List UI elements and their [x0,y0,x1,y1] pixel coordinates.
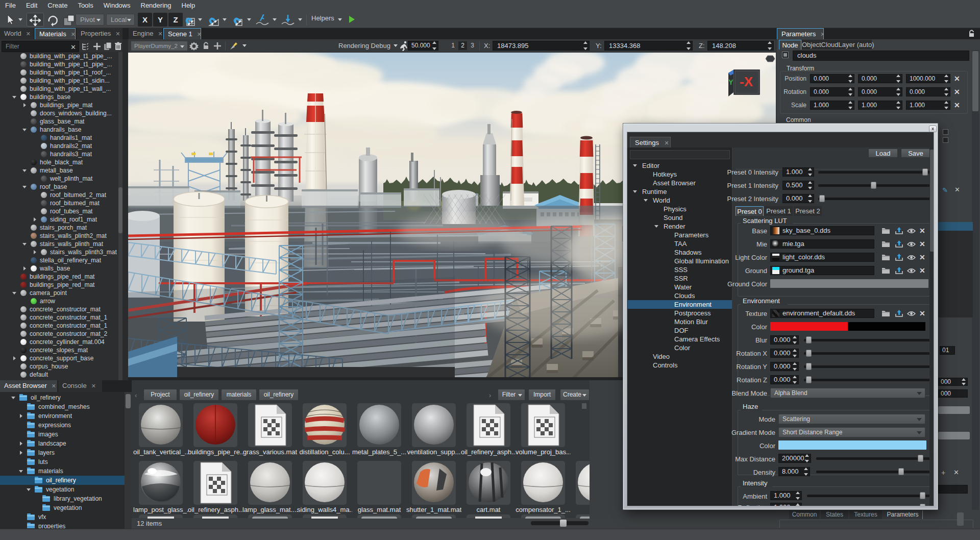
svg-text:Y: Y [728,78,733,86]
svg-text:-X: -X [740,74,753,89]
